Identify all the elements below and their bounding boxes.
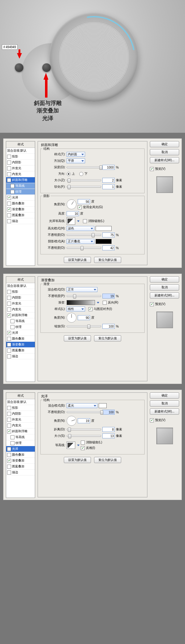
satin-angle-dial[interactable] — [67, 416, 76, 426]
angle-dial[interactable] — [67, 199, 76, 209]
highlight-color-swatch[interactable] — [96, 226, 112, 231]
grad-scale-input[interactable] — [102, 324, 115, 329]
blend-options-row[interactable]: 混合选项:默认 — [6, 283, 35, 289]
style-outer-glow[interactable]: 外发光 — [6, 417, 35, 423]
satin-size-slider[interactable] — [67, 435, 101, 437]
dir-up-radio[interactable] — [67, 172, 71, 176]
style-drop-shadow[interactable]: 投影 — [6, 154, 35, 160]
highlight-opacity-slider[interactable] — [67, 234, 101, 236]
style-inner-glow[interactable]: 内发光 — [6, 307, 35, 312]
align-layer-checkbox[interactable] — [88, 307, 92, 311]
style-inner-shadow[interactable]: 内阴影 — [6, 160, 35, 165]
style-pattern-overlay[interactable]: 图案叠加 — [6, 464, 35, 470]
style-bevel[interactable]: 斜面和浮雕 — [6, 429, 35, 434]
new-style-button[interactable]: 新建样式(W)... — [150, 157, 179, 163]
dir-down-radio[interactable] — [79, 172, 83, 176]
reset-default-button[interactable]: 复位为默认值 — [94, 257, 121, 263]
depth-input[interactable] — [102, 165, 115, 170]
style-satin[interactable]: 光泽 — [6, 195, 35, 201]
set-default-button[interactable]: 设置为默认值 — [64, 457, 91, 463]
satin-distance-slider[interactable] — [67, 429, 101, 430]
style-gradient-overlay[interactable]: 渐变叠加 — [6, 342, 35, 348]
satin-antialias-checkbox[interactable] — [81, 441, 85, 445]
size-slider[interactable] — [67, 179, 101, 181]
style-bevel[interactable]: 斜面和浮雕 — [6, 312, 35, 318]
style-texture[interactable]: 纹理 — [6, 189, 35, 195]
reset-default-button[interactable]: 复位为默认值 — [94, 457, 121, 463]
grad-scale-slider[interactable] — [67, 325, 101, 327]
style-gradient-overlay[interactable]: 渐变叠加 — [6, 458, 35, 464]
style-contour[interactable]: 等高线 — [6, 183, 35, 189]
style-drop-shadow[interactable]: 投影 — [6, 289, 35, 295]
bevel-style-dropdown[interactable]: 内斜面 — [67, 152, 85, 157]
style-pattern-overlay[interactable]: 图案叠加 — [6, 348, 35, 353]
gradient-picker[interactable] — [67, 300, 95, 305]
style-inner-shadow[interactable]: 内阴影 — [6, 295, 35, 301]
satin-angle-input[interactable] — [78, 418, 90, 423]
cancel-button[interactable]: 取消 — [150, 400, 179, 407]
angle-input[interactable] — [78, 199, 90, 204]
style-color-overlay[interactable]: 颜色叠加 — [6, 336, 35, 342]
style-texture[interactable]: 纹理 — [6, 440, 35, 446]
cancel-button[interactable]: 取消 — [150, 149, 179, 155]
satin-blend-dropdown[interactable]: 柔光 — [67, 403, 97, 408]
satin-distance-input[interactable] — [102, 427, 115, 432]
grad-blend-dropdown[interactable]: 正常 — [67, 287, 97, 292]
style-drop-shadow[interactable]: 投影 — [6, 405, 35, 411]
highlight-mode-dropdown[interactable]: 滤色 — [67, 226, 94, 231]
style-pattern-overlay[interactable]: 图案叠加 — [6, 212, 35, 218]
style-stroke[interactable]: 描边 — [6, 353, 35, 359]
altitude-input[interactable] — [67, 211, 79, 216]
shadow-color-swatch[interactable] — [96, 239, 112, 244]
preview-checkbox[interactable] — [150, 302, 154, 306]
new-style-button[interactable]: 新建样式(W)... — [150, 408, 179, 415]
preview-checkbox[interactable] — [150, 418, 154, 422]
style-contour[interactable]: 等高线 — [6, 434, 35, 440]
style-color-overlay[interactable]: 颜色叠加 — [6, 201, 35, 207]
size-input[interactable] — [102, 178, 115, 183]
style-outer-glow[interactable]: 外发光 — [6, 301, 35, 307]
ok-button[interactable]: 确定 — [150, 141, 179, 147]
blend-options-row[interactable]: 混合选项:默认 — [6, 399, 35, 405]
soften-input[interactable] — [102, 184, 115, 189]
reverse-checkbox[interactable] — [103, 301, 107, 305]
grad-angle-input[interactable] — [78, 315, 90, 320]
blend-options-row[interactable]: 混合选项:默认 — [6, 148, 35, 154]
style-gradient-overlay[interactable]: 渐变叠加 — [6, 207, 35, 212]
shadow-opacity-slider[interactable] — [67, 247, 101, 249]
satin-contour-picker[interactable] — [67, 441, 75, 449]
highlight-opacity-input[interactable] — [102, 232, 115, 237]
shadow-mode-dropdown[interactable]: 正片叠底 — [67, 239, 94, 244]
style-stroke[interactable]: 描边 — [6, 218, 35, 224]
grad-opacity-slider[interactable] — [67, 295, 101, 297]
style-inner-glow[interactable]: 内发光 — [6, 423, 35, 429]
style-color-overlay[interactable]: 颜色叠加 — [6, 452, 35, 458]
ok-button[interactable]: 确定 — [150, 276, 179, 282]
style-texture[interactable]: 纹理 — [6, 324, 35, 330]
gloss-contour-picker[interactable] — [67, 217, 75, 225]
new-style-button[interactable]: 新建样式(W)... — [150, 292, 179, 299]
preview-checkbox[interactable] — [150, 167, 154, 171]
style-bevel[interactable]: 斜面和浮雕 — [6, 177, 35, 183]
satin-opacity-input[interactable] — [102, 410, 115, 415]
reset-default-button[interactable]: 复位为默认值 — [94, 335, 121, 341]
styles-list[interactable]: 样式 混合选项:默认 投影 内阴影 外发光 内发光 斜面和浮雕 等高线 纹理 光… — [6, 276, 35, 382]
grad-style-dropdown[interactable]: 线性 — [67, 307, 85, 312]
set-default-button[interactable]: 设置为默认值 — [64, 257, 91, 263]
grad-angle-dial[interactable] — [67, 313, 76, 323]
soften-slider[interactable] — [67, 186, 101, 188]
style-stroke[interactable]: 描边 — [6, 470, 35, 475]
style-satin[interactable]: 光泽 — [6, 446, 35, 452]
shadow-opacity-input[interactable] — [102, 245, 115, 250]
grad-opacity-input[interactable] — [102, 294, 115, 299]
cancel-button[interactable]: 取消 — [150, 284, 179, 291]
satin-invert-checkbox[interactable] — [81, 446, 85, 450]
global-light-checkbox[interactable] — [78, 205, 82, 209]
style-outer-glow[interactable]: 外发光 — [6, 165, 35, 171]
style-inner-glow[interactable]: 内发光 — [6, 171, 35, 177]
satin-size-input[interactable] — [102, 433, 115, 438]
ok-button[interactable]: 确定 — [150, 392, 179, 399]
styles-list[interactable]: 样式 混合选项:默认 投影 内阴影 外发光 内发光 斜面和浮雕 等高线 纹理 光… — [6, 392, 35, 498]
style-satin[interactable]: 光泽 — [6, 330, 35, 336]
depth-slider[interactable] — [67, 166, 101, 168]
